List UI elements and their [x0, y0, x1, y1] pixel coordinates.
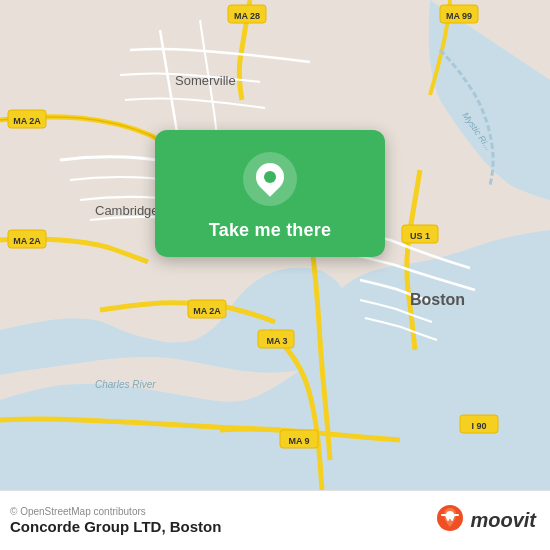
svg-text:MA 2A: MA 2A — [13, 236, 41, 246]
map-container: Somerville Cambridge Boston Charles Rive… — [0, 0, 550, 490]
svg-text:MA 28: MA 28 — [234, 11, 260, 21]
take-me-there-button[interactable]: Take me there — [209, 220, 331, 241]
svg-text:MA 2A: MA 2A — [193, 306, 221, 316]
location-title: Concorde Group LTD, Boston — [10, 518, 221, 535]
svg-text:MA 9: MA 9 — [288, 436, 309, 446]
moovit-brand-text: moovit — [470, 509, 536, 532]
svg-text:MA 2A: MA 2A — [13, 116, 41, 126]
location-pin-icon — [243, 152, 297, 206]
svg-text:US 1: US 1 — [410, 231, 430, 241]
svg-text:Cambridge: Cambridge — [95, 203, 159, 218]
svg-text:Charles River: Charles River — [95, 379, 156, 390]
popup-card: Take me there — [155, 130, 385, 257]
svg-text:Somerville: Somerville — [175, 73, 236, 88]
svg-text:MA 3: MA 3 — [266, 336, 287, 346]
copyright-text: © OpenStreetMap contributors — [10, 506, 221, 517]
moovit-icon — [434, 505, 466, 537]
bottom-bar: © OpenStreetMap contributors Concorde Gr… — [0, 490, 550, 550]
svg-text:MA 99: MA 99 — [446, 11, 472, 21]
svg-text:I 90: I 90 — [471, 421, 486, 431]
bottom-left-info: © OpenStreetMap contributors Concorde Gr… — [10, 506, 221, 535]
svg-text:Boston: Boston — [410, 291, 465, 308]
moovit-logo: moovit — [434, 505, 536, 537]
